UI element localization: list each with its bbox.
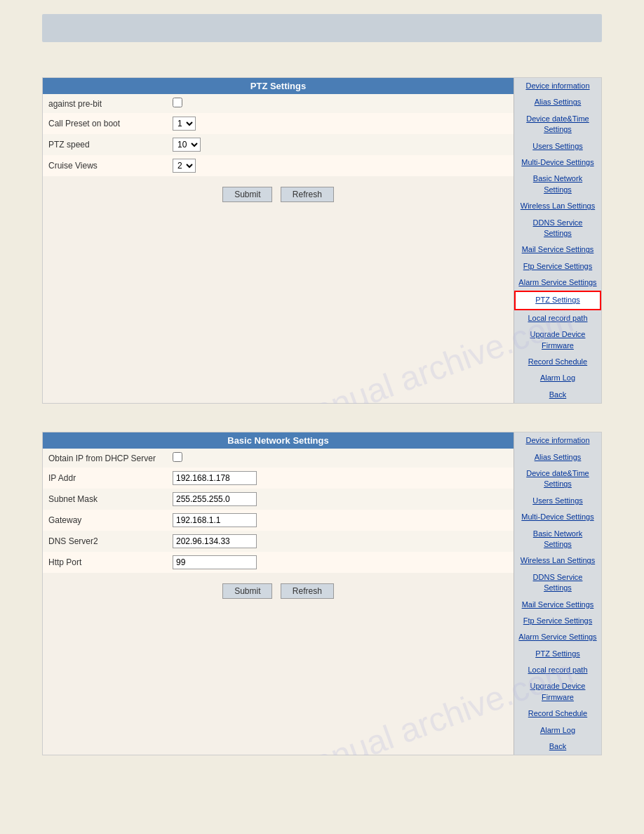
subnet-mask-input[interactable] bbox=[173, 492, 257, 506]
table-row: Obtain IP from DHCP Server bbox=[43, 449, 514, 468]
sidebar-item-back[interactable]: Back bbox=[514, 387, 601, 403]
sidebar2-item-alias[interactable]: Alias Settings bbox=[514, 449, 601, 465]
field-value-against-pre-bit bbox=[169, 94, 514, 113]
table-row: IP Addr bbox=[43, 468, 514, 489]
top-bar bbox=[42, 14, 602, 42]
network-table: Obtain IP from DHCP Server IP Addr bbox=[43, 449, 514, 573]
network-sidebar: Device information Alias Settings Device… bbox=[514, 432, 601, 755]
ptz-speed-select[interactable]: 12345 678910 bbox=[173, 138, 201, 152]
sidebar-item-users[interactable]: Users Settings bbox=[514, 138, 601, 154]
sidebar2-item-wireless-lan[interactable]: Wireless Lan Settings bbox=[514, 552, 601, 569]
network-settings-panel: Basic Network Settings Obtain IP from DH… bbox=[42, 432, 602, 755]
field-value-http-port bbox=[169, 552, 514, 573]
cruise-views-select[interactable]: 1234 bbox=[173, 159, 196, 173]
sidebar2-item-multi-device[interactable]: Multi-Device Settings bbox=[514, 509, 601, 525]
table-row: Call Preset on boot 12345 bbox=[43, 113, 514, 134]
sidebar-item-alarm-log[interactable]: Alarm Log bbox=[514, 370, 601, 386]
sidebar-item-basic-network[interactable]: Basic Network Settings bbox=[514, 171, 601, 198]
field-label-against-pre-bit: against pre-bit bbox=[43, 94, 169, 113]
network-button-row: Submit Refresh bbox=[43, 573, 514, 609]
field-label-ip: IP Addr bbox=[43, 468, 169, 489]
bottom-spacer bbox=[42, 783, 602, 834]
field-label-gateway: Gateway bbox=[43, 510, 169, 531]
ptz-settings-title: PTZ Settings bbox=[43, 78, 514, 94]
sidebar2-item-upgrade[interactable]: Upgrade Device Firmware bbox=[514, 678, 601, 706]
sidebar-item-ftp[interactable]: Ftp Service Settings bbox=[514, 258, 601, 274]
sidebar2-item-users[interactable]: Users Settings bbox=[514, 493, 601, 509]
field-label-ptz-speed: PTZ speed bbox=[43, 134, 169, 155]
field-value-gateway bbox=[169, 510, 514, 531]
ptz-submit-button[interactable]: Submit bbox=[222, 187, 272, 202]
ptz-refresh-button[interactable]: Refresh bbox=[281, 187, 334, 202]
field-value-dhcp bbox=[169, 449, 514, 468]
sidebar2-item-basic-network[interactable]: Basic Network Settings bbox=[514, 526, 601, 553]
table-row: against pre-bit bbox=[43, 94, 514, 113]
field-label-cruise-views: Cruise Views bbox=[43, 155, 169, 176]
sidebar-item-upgrade[interactable]: Upgrade Device Firmware bbox=[514, 326, 601, 354]
network-settings-container: Basic Network Settings Obtain IP from DH… bbox=[42, 432, 602, 755]
table-row: Gateway bbox=[43, 510, 514, 531]
table-row: Http Port bbox=[43, 552, 514, 573]
against-pre-bit-checkbox[interactable] bbox=[173, 98, 182, 107]
sidebar2-item-ddns[interactable]: DDNS Service Settings bbox=[514, 569, 601, 597]
sidebar-item-alias[interactable]: Alias Settings bbox=[514, 94, 601, 110]
ptz-main-content: PTZ Settings against pre-bit Call Preset… bbox=[43, 78, 514, 403]
sidebar-item-ddns[interactable]: DDNS Service Settings bbox=[514, 215, 601, 242]
sidebar2-item-device-info[interactable]: Device information bbox=[514, 432, 601, 449]
sidebar-item-mail[interactable]: Mail Service Settings bbox=[514, 241, 601, 258]
ptz-settings-panel: PTZ Settings against pre-bit Call Preset… bbox=[42, 77, 602, 404]
field-label-dhcp: Obtain IP from DHCP Server bbox=[43, 449, 169, 468]
ip-addr-input[interactable] bbox=[173, 471, 257, 485]
ptz-button-row: Submit Refresh bbox=[43, 176, 514, 213]
network-main-content: Basic Network Settings Obtain IP from DH… bbox=[43, 432, 514, 755]
network-submit-button[interactable]: Submit bbox=[222, 583, 272, 599]
field-value-cruise-views: 1234 bbox=[169, 155, 514, 176]
network-settings-form: Basic Network Settings Obtain IP from DH… bbox=[43, 432, 514, 609]
table-row: Subnet Mask bbox=[43, 489, 514, 510]
call-preset-select[interactable]: 12345 bbox=[173, 117, 196, 131]
field-value-dns bbox=[169, 531, 514, 552]
sidebar2-item-ftp[interactable]: Ftp Service Settings bbox=[514, 613, 601, 629]
table-row: PTZ speed 12345 678910 bbox=[43, 134, 514, 155]
table-row: DNS Server2 bbox=[43, 531, 514, 552]
sidebar2-item-local-record[interactable]: Local record path bbox=[514, 662, 601, 678]
field-value-ip bbox=[169, 468, 514, 489]
dhcp-checkbox[interactable] bbox=[173, 452, 182, 462]
table-row: Cruise Views 1234 bbox=[43, 155, 514, 176]
field-label-dns: DNS Server2 bbox=[43, 531, 169, 552]
sidebar-item-multi-device[interactable]: Multi-Device Settings bbox=[514, 154, 601, 171]
sidebar2-item-alarm-log[interactable]: Alarm Log bbox=[514, 722, 601, 739]
sidebar-item-device-info[interactable]: Device information bbox=[514, 78, 601, 94]
sidebar-item-ptz[interactable]: PTZ Settings bbox=[514, 291, 601, 310]
sidebar-item-local-record[interactable]: Local record path bbox=[514, 310, 601, 326]
http-port-input[interactable] bbox=[173, 555, 257, 569]
ptz-settings-container: PTZ Settings against pre-bit Call Preset… bbox=[42, 77, 602, 404]
sidebar-item-record-schedule[interactable]: Record Schedule bbox=[514, 354, 601, 370]
field-value-ptz-speed: 12345 678910 bbox=[169, 134, 514, 155]
field-label-http-port: Http Port bbox=[43, 552, 169, 573]
ptz-settings-form: PTZ Settings against pre-bit Call Preset… bbox=[43, 78, 514, 213]
field-label-call-preset: Call Preset on boot bbox=[43, 113, 169, 134]
ptz-sidebar: Device information Alias Settings Device… bbox=[514, 78, 601, 403]
sidebar-item-datetime[interactable]: Device date&Time Settings bbox=[514, 111, 601, 138]
gateway-input[interactable] bbox=[173, 513, 257, 527]
sidebar2-item-back[interactable]: Back bbox=[514, 739, 601, 755]
dns-server-input[interactable] bbox=[173, 534, 257, 548]
sidebar2-item-datetime[interactable]: Device date&Time Settings bbox=[514, 465, 601, 493]
network-refresh-button[interactable]: Refresh bbox=[281, 583, 334, 599]
sidebar-item-wireless-lan[interactable]: Wireless Lan Settings bbox=[514, 198, 601, 214]
network-settings-title: Basic Network Settings bbox=[43, 432, 514, 449]
field-label-subnet: Subnet Mask bbox=[43, 489, 169, 510]
field-value-subnet bbox=[169, 489, 514, 510]
sidebar2-item-mail[interactable]: Mail Service Settings bbox=[514, 597, 601, 613]
ptz-table: against pre-bit Call Preset on boot 1234… bbox=[43, 94, 514, 176]
sidebar2-item-alarm-service[interactable]: Alarm Service Settings bbox=[514, 629, 601, 645]
sidebar2-item-ptz[interactable]: PTZ Settings bbox=[514, 646, 601, 662]
sidebar2-item-record-schedule[interactable]: Record Schedule bbox=[514, 706, 601, 722]
field-value-call-preset: 12345 bbox=[169, 113, 514, 134]
sidebar-item-alarm-service[interactable]: Alarm Service Settings bbox=[514, 274, 601, 291]
